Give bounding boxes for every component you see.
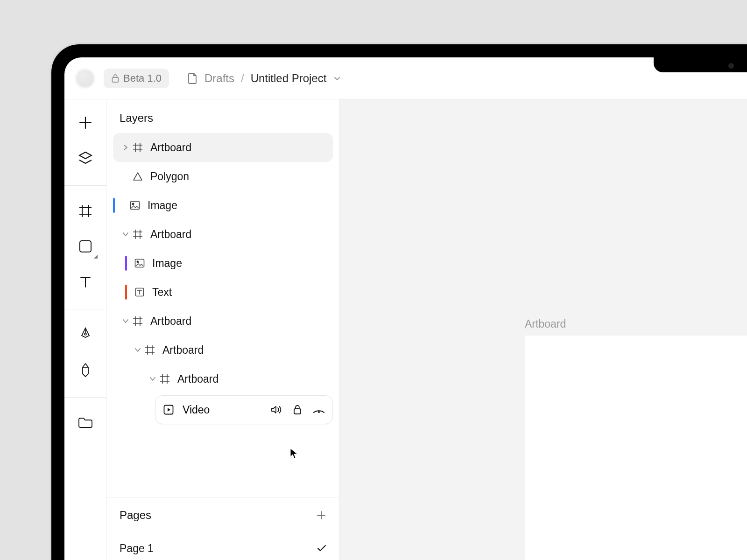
- lock-icon: [111, 74, 120, 83]
- svg-point-6: [137, 261, 139, 263]
- device-frame: Beta 1.0 Drafts / Untitled Project: [51, 44, 747, 560]
- svg-rect-3: [131, 202, 140, 210]
- breadcrumb: Drafts / Untitled Project: [188, 72, 341, 85]
- layer-label: Text: [152, 286, 172, 299]
- folder-tool[interactable]: [72, 410, 99, 436]
- breadcrumb-project[interactable]: Untitled Project: [251, 72, 327, 85]
- toolrail-divider: [64, 185, 106, 186]
- text-tool[interactable]: [72, 269, 99, 295]
- svg-rect-5: [135, 259, 144, 267]
- document-icon: [188, 72, 198, 84]
- toolrail-divider-2: [64, 309, 106, 309]
- visibility-icon[interactable]: [312, 403, 326, 417]
- beta-badge-label: Beta 1.0: [123, 72, 162, 84]
- canvas[interactable]: Artboard: [340, 99, 747, 560]
- frame-icon: [131, 316, 145, 326]
- canvas-artboard[interactable]: [525, 336, 747, 560]
- layer-label: Artboard: [150, 315, 191, 328]
- svg-rect-1: [80, 241, 91, 252]
- frame-tool[interactable]: [72, 198, 99, 224]
- layer-label: Video: [183, 404, 261, 416]
- pages-title: Pages: [120, 509, 151, 522]
- frame-icon: [158, 374, 172, 384]
- topbar: Beta 1.0 Drafts / Untitled Project: [64, 57, 747, 99]
- layer-label: Artboard: [150, 228, 191, 241]
- toolrail: [64, 99, 106, 560]
- layer-row-image[interactable]: Image: [113, 191, 333, 220]
- accent-bar: [125, 285, 127, 300]
- layer-row-video[interactable]: Video: [155, 395, 333, 424]
- layer-label: Polygon: [150, 170, 189, 183]
- chevron-down-icon[interactable]: [333, 74, 341, 83]
- frame-icon: [131, 142, 145, 153]
- page-row[interactable]: Page 1: [120, 537, 326, 560]
- breadcrumb-separator: /: [241, 72, 244, 85]
- main-area: Layers Artboard: [64, 99, 747, 560]
- svg-point-10: [318, 411, 320, 413]
- page-label: Page 1: [120, 542, 154, 555]
- layer-row-artboard-3[interactable]: Artboard: [113, 307, 333, 336]
- frame-icon: [131, 229, 145, 239]
- breadcrumb-folder[interactable]: Drafts: [204, 72, 234, 85]
- pencil-tool[interactable]: [72, 357, 99, 383]
- check-icon: [317, 545, 326, 552]
- layer-label: Image: [148, 199, 177, 212]
- chevron-down-icon[interactable]: [120, 231, 131, 237]
- unlock-icon[interactable]: [290, 403, 304, 417]
- chevron-down-icon[interactable]: [148, 376, 158, 382]
- layer-row-image-2[interactable]: Image: [113, 249, 333, 278]
- pen-tool[interactable]: [72, 322, 99, 348]
- rectangle-tool[interactable]: [72, 233, 99, 259]
- layer-row-artboard-2[interactable]: Artboard: [113, 220, 333, 249]
- layer-row-polygon[interactable]: Polygon: [113, 162, 333, 191]
- chevron-right-icon[interactable]: [120, 144, 131, 151]
- video-icon: [162, 405, 175, 415]
- text-icon: [133, 287, 147, 297]
- layers-panel-title: Layers: [106, 99, 339, 133]
- beta-badge: Beta 1.0: [104, 69, 169, 88]
- layer-row-text[interactable]: Text: [113, 278, 333, 307]
- layers-panel: Layers Artboard: [106, 99, 340, 560]
- image-icon: [128, 201, 142, 210]
- layer-row-artboard-5[interactable]: Artboard: [113, 364, 333, 393]
- add-tool[interactable]: [72, 110, 99, 136]
- layer-list: Artboard Polygon: [106, 133, 339, 497]
- image-icon: [133, 259, 147, 268]
- volume-icon[interactable]: [269, 403, 283, 417]
- device-notch: [654, 44, 747, 72]
- layer-label: Artboard: [150, 141, 191, 154]
- layer-label: Artboard: [162, 344, 204, 357]
- layers-tool[interactable]: [72, 145, 99, 171]
- canvas-artboard-label[interactable]: Artboard: [525, 318, 566, 330]
- frame-icon: [143, 345, 157, 355]
- svg-rect-0: [113, 77, 119, 82]
- layer-row-artboard[interactable]: Artboard: [113, 133, 333, 162]
- accent-bar: [113, 198, 115, 213]
- chevron-down-icon[interactable]: [133, 347, 143, 353]
- svg-point-4: [132, 203, 134, 205]
- toolrail-divider-3: [64, 397, 106, 398]
- app-logo[interactable]: [76, 69, 94, 88]
- pages-panel: Pages Page 1: [106, 497, 339, 560]
- app-window: Beta 1.0 Drafts / Untitled Project: [64, 57, 747, 560]
- layer-label: Image: [152, 257, 182, 270]
- svg-rect-9: [294, 409, 301, 414]
- svg-point-2: [85, 333, 86, 335]
- layer-row-artboard-4[interactable]: Artboard: [113, 336, 333, 364]
- add-page-button[interactable]: [316, 510, 326, 520]
- chevron-down-icon[interactable]: [120, 318, 131, 324]
- layer-label: Artboard: [177, 373, 218, 385]
- polygon-icon: [131, 172, 145, 181]
- accent-bar: [125, 256, 127, 271]
